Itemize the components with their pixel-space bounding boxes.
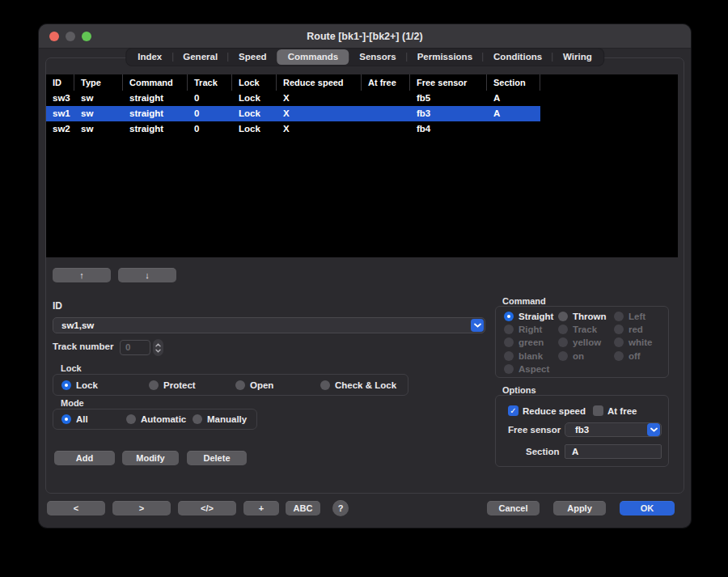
apply-button[interactable]: Apply (553, 501, 606, 515)
radio-manually[interactable]: Manually (193, 414, 247, 425)
radio-off-icon (504, 337, 514, 347)
next-button[interactable]: > (112, 501, 171, 515)
cell-free-sensor: fb3 (410, 106, 487, 121)
desktop-background: Route [bk1-]-[bk2+] (1/2) Index General … (0, 0, 728, 577)
tab-commands[interactable]: Commands (277, 49, 349, 65)
col-header-lock[interactable]: Lock (232, 74, 277, 91)
tab-bar: Index General Speed Commands Sensors Per… (126, 49, 603, 66)
free-sensor-combobox[interactable]: fb3 (565, 422, 662, 437)
radio-check-and-lock[interactable]: Check & Lock (320, 380, 396, 391)
add-button[interactable]: Add (54, 451, 115, 465)
radio-off-icon (614, 325, 624, 334)
checkbox-checked-icon (508, 405, 518, 416)
col-header-reduce-speed[interactable]: Reduce speed (277, 74, 362, 91)
commands-tab-panel: ID Type Command Track Lock Reduce speed … (45, 57, 684, 494)
radio-off-icon (614, 337, 624, 347)
radio-off-icon (558, 351, 568, 361)
cell-reduce-speed: X (277, 91, 362, 106)
abc-button[interactable]: ABC (286, 501, 320, 515)
cell-free-sensor: fb5 (410, 91, 487, 106)
radio-green: green (504, 337, 558, 348)
col-header-type[interactable]: Type (74, 74, 123, 91)
cell-track: 0 (188, 121, 232, 137)
id-combobox[interactable]: sw1,sw (53, 317, 485, 333)
tab-index[interactable]: Index (127, 49, 172, 65)
radio-open[interactable]: Open (235, 380, 273, 391)
window-title: Route [bk1-]-[bk2+] (1/2) (39, 24, 691, 49)
chevron-down-icon[interactable] (647, 423, 660, 436)
id-combobox-value: sw1,sw (53, 320, 471, 330)
radio-on-icon (61, 414, 71, 424)
cell-lock: Lock (232, 121, 277, 137)
section-field[interactable]: A (565, 444, 662, 459)
lock-group: Lock Protect Open Check & Lock (53, 374, 408, 396)
cell-reduce-speed: X (277, 106, 362, 121)
move-down-button[interactable]: ↓ (118, 268, 176, 282)
radio-off-icon (193, 414, 202, 424)
col-header-section[interactable]: Section (487, 74, 540, 91)
move-up-button[interactable]: ↑ (53, 268, 111, 282)
radio-track: Track (558, 324, 614, 335)
col-header-track[interactable]: Track (188, 74, 232, 91)
radio-off-icon (558, 337, 568, 347)
help-icon[interactable]: ? (332, 500, 349, 516)
radio-on-icon (504, 312, 514, 321)
titlebar: Route [bk1-]-[bk2+] (1/2) (39, 24, 691, 49)
track-number-field[interactable]: 0 (120, 340, 150, 355)
track-number-stepper[interactable] (153, 339, 163, 356)
reduce-speed-checkbox[interactable]: Reduce speed (508, 405, 586, 416)
radio-white: white (614, 337, 668, 348)
section-label: Section (526, 447, 560, 456)
cell-at-free (362, 91, 410, 106)
radio-all[interactable]: All (61, 414, 88, 425)
cell-command: straight (123, 106, 188, 121)
at-free-checkbox[interactable]: At free (593, 405, 637, 416)
cell-type: sw (74, 106, 123, 121)
mode-group: All Automatic Manually (53, 409, 257, 430)
radio-off-icon (614, 351, 624, 361)
tab-conditions[interactable]: Conditions (483, 49, 552, 65)
radio-off-icon (126, 414, 136, 424)
tab-sensors[interactable]: Sensors (349, 49, 406, 65)
cell-command: straight (123, 121, 188, 137)
radio-thrown[interactable]: Thrown (558, 311, 614, 322)
col-header-command[interactable]: Command (123, 74, 188, 91)
previous-button[interactable]: < (47, 501, 105, 515)
col-header-at-free[interactable]: At free (362, 74, 410, 91)
table-row[interactable]: sw3 sw straight 0 Lock X fb5 A (46, 91, 678, 106)
route-dialog-window: Route [bk1-]-[bk2+] (1/2) Index General … (39, 24, 691, 528)
options-group-label: Options (502, 385, 536, 395)
radio-right: Right (504, 324, 558, 335)
table-header: ID Type Command Track Lock Reduce speed … (46, 74, 678, 91)
table-row[interactable]: sw2 sw straight 0 Lock X fb4 (46, 121, 678, 137)
stepper-down-icon (155, 349, 161, 353)
plus-button[interactable]: + (243, 501, 279, 515)
radio-off-icon (235, 380, 245, 390)
col-header-id[interactable]: ID (46, 74, 74, 91)
cancel-button[interactable]: Cancel (487, 501, 540, 515)
radio-left: Left (614, 311, 668, 322)
radio-lock[interactable]: Lock (61, 380, 98, 391)
cell-track: 0 (188, 91, 232, 106)
radio-automatic[interactable]: Automatic (126, 414, 186, 425)
delete-button[interactable]: Delete (187, 451, 247, 465)
tab-wiring[interactable]: Wiring (552, 49, 603, 65)
modify-button[interactable]: Modify (122, 451, 179, 465)
chevron-down-icon[interactable] (471, 319, 484, 332)
cell-section: A (487, 91, 540, 106)
radio-off-icon (504, 351, 514, 361)
col-header-filler (540, 74, 678, 91)
tab-general[interactable]: General (172, 49, 228, 65)
table-row-selected[interactable]: sw1 sw straight 0 Lock X fb3 A (46, 106, 678, 121)
radio-blank: blank (504, 350, 558, 362)
cell-id: sw1 (46, 106, 74, 121)
tab-permissions[interactable]: Permissions (407, 49, 483, 65)
cell-free-sensor: fb4 (410, 121, 487, 137)
radio-protect[interactable]: Protect (149, 380, 196, 391)
radio-straight[interactable]: Straight (504, 311, 558, 322)
col-header-free-sensor[interactable]: Free sensor (410, 74, 487, 91)
ok-button[interactable]: OK (620, 501, 675, 515)
tab-speed[interactable]: Speed (228, 49, 277, 65)
options-group: Reduce speed At free Free sensor fb3 Sec… (495, 395, 669, 467)
xml-button[interactable]: </> (178, 501, 236, 515)
